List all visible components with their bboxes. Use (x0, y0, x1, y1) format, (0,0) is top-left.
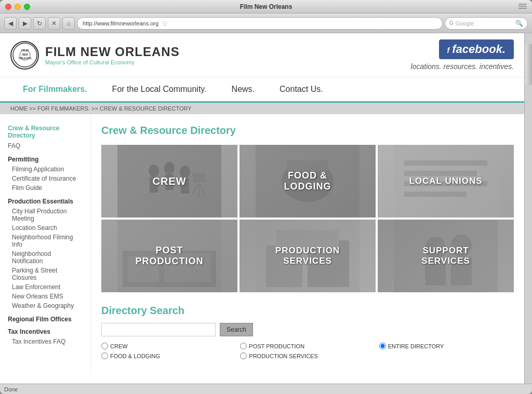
url-text: http://www.filmneworleans.org (83, 20, 158, 26)
food-label: FOOD &LODGING (240, 145, 376, 218)
sidebar-item-neighborhood-info[interactable]: Neighborhood Filming Info (12, 233, 83, 249)
sidebar-item-parking[interactable]: Parking & Street Closures (12, 266, 83, 282)
radio-entire-input[interactable] (379, 343, 386, 349)
forward-button[interactable]: ▶ (19, 17, 31, 30)
site-tagline: locations. resources. incentives. (411, 62, 514, 71)
back-button[interactable]: ◀ (4, 17, 17, 30)
facebook-button[interactable]: f facebook. (439, 39, 514, 59)
radio-group: CREW POST PRODUCTION ENTIRE DIRECTORY (101, 343, 514, 359)
sidebar-item-faq[interactable]: FAQ (8, 141, 83, 151)
browser-content: FILM NEW ORLEANS FILM NEW ORLEANS Mayor'… (0, 33, 532, 384)
status-bar: Done (0, 384, 532, 394)
refresh-button[interactable]: ↻ (33, 17, 46, 30)
radio-crew[interactable]: CREW (101, 343, 236, 349)
browser-search-input[interactable]: Google (456, 20, 513, 26)
sidebar-item-law[interactable]: Law Enforcement (12, 282, 83, 292)
grid-item-production[interactable]: PRODUCTIONSERVICES (240, 220, 376, 292)
radio-prodservices-input[interactable] (240, 352, 247, 359)
support-label: SUPPORTSERVICES (378, 220, 514, 292)
site-header: FILM NEW ORLEANS FILM NEW ORLEANS Mayor'… (0, 33, 524, 77)
sidebar-item-weather[interactable]: Weather & Geography (12, 301, 83, 310)
sidebar-item-insurance[interactable]: Certificate of Insurance (12, 174, 83, 183)
sidebar-production-group: City Hall Production Meeting Location Se… (8, 207, 83, 310)
post-label: POSTPRODUCTION (101, 220, 237, 292)
crew-label: CREW (101, 145, 237, 218)
radio-food-input[interactable] (101, 352, 108, 359)
address-bar[interactable]: http://www.filmneworleans.org ☆ (77, 17, 443, 30)
grid-item-post[interactable]: POSTPRODUCTION (101, 220, 237, 292)
production-label: PRODUCTIONSERVICES (240, 220, 376, 292)
radio-prodservices-label: PRODUCTION SERVICES (249, 353, 317, 359)
page-scroll[interactable]: FILM NEW ORLEANS FILM NEW ORLEANS Mayor'… (0, 33, 524, 384)
sidebar-permitting-group: Filming Application Certificate of Insur… (8, 165, 83, 193)
nav-contact[interactable]: Contact Us. (267, 77, 336, 101)
site-subtitle: Mayor's Office of Cultural Economy (45, 59, 180, 65)
scroll-thumb[interactable] (525, 44, 532, 85)
radio-post[interactable]: POST PRODUCTION (240, 343, 375, 349)
logo-text: FILM NEW ORLEANS Mayor's Office of Cultu… (45, 45, 180, 65)
sidebar-item-location-search[interactable]: Location Search (12, 223, 83, 233)
category-grid: CREW FOOD &LODGING (101, 145, 514, 292)
sidebar-item-ems[interactable]: New Orleans EMS (12, 292, 83, 301)
sidebar-tax-group: Tax Incentives FAQ (8, 337, 83, 346)
directory-search-input[interactable] (101, 323, 216, 336)
browser-search-bar[interactable]: G Google 🔍 (445, 17, 528, 30)
nav-filmmakers[interactable]: For Filmmakers. (10, 77, 100, 101)
header-right: f facebook. locations. resources. incent… (411, 39, 514, 71)
browser-search-icon[interactable]: 🔍 (515, 20, 523, 27)
traffic-lights (5, 4, 30, 10)
maximize-button[interactable] (24, 4, 30, 10)
radio-post-label: POST PRODUCTION (249, 343, 304, 349)
window-title: Film New Orleans (240, 3, 292, 10)
content-area: Crew & Resource Directory FAQ Permitting… (0, 114, 524, 374)
close-button[interactable] (5, 4, 11, 10)
breadcrumb: HOME >> FOR FILMMAKERS. >> CREW & RESOUR… (0, 103, 524, 114)
grid-item-food[interactable]: FOOD &LODGING (240, 145, 376, 218)
grid-item-crew[interactable]: CREW (101, 145, 237, 218)
grid-item-support[interactable]: SUPPORTSERVICES (378, 220, 514, 292)
breadcrumb-text: HOME >> FOR FILMMAKERS. >> CREW & RESOUR… (10, 105, 192, 112)
resize-icon (518, 4, 527, 10)
sidebar-item-city-hall[interactable]: City Hall Production Meeting (12, 207, 83, 223)
facebook-icon: f (447, 46, 450, 55)
status-text: Done (4, 386, 18, 392)
title-bar: Film New Orleans (0, 0, 532, 13)
sidebar-category-production: Production Essentials (8, 198, 83, 205)
home-button[interactable]: ⌂ (62, 17, 75, 30)
facebook-label: facebook. (452, 43, 506, 56)
sidebar-item-film-guide[interactable]: Film Guide (12, 183, 83, 193)
nav-community[interactable]: For the Local Community. (100, 77, 219, 101)
sidebar-category-permitting: Permitting (8, 156, 83, 163)
radio-entire-label: ENTIRE DIRECTORY (388, 343, 444, 349)
radio-food[interactable]: FOOD & LODGING (101, 352, 236, 359)
search-form: Search (101, 323, 514, 336)
logo-area: FILM NEW ORLEANS FILM NEW ORLEANS Mayor'… (10, 41, 180, 70)
site-name: FILM NEW ORLEANS (45, 45, 180, 59)
sidebar: Crew & Resource Directory FAQ Permitting… (0, 114, 91, 374)
bookmark-icon[interactable]: ☆ (162, 19, 168, 28)
sidebar-category-regional: Regional Film Offices (8, 316, 83, 323)
page-title: Crew & Resource Directory (101, 125, 514, 137)
minimize-button[interactable] (15, 4, 21, 10)
search-button[interactable]: Search (220, 323, 253, 336)
nav-news[interactable]: News. (219, 77, 267, 101)
sidebar-item-tax-faq[interactable]: Tax Incentives FAQ (12, 337, 83, 346)
directory-search-title: Directory Search (101, 305, 514, 317)
search-engine-label: G (449, 20, 454, 26)
radio-prodservices[interactable]: PRODUCTION SERVICES (240, 352, 375, 359)
sidebar-item-filming-app[interactable]: Filming Application (12, 165, 83, 174)
sidebar-active-item: Crew & Resource Directory (8, 125, 83, 139)
svg-text:NEW: NEW (22, 53, 28, 56)
grid-item-unions[interactable]: LOCAL UNIONS (378, 145, 514, 218)
radio-post-input[interactable] (240, 343, 247, 349)
radio-crew-input[interactable] (101, 343, 108, 349)
main-nav: For Filmmakers. For the Local Community.… (0, 77, 524, 103)
radio-food-label: FOOD & LODGING (110, 353, 160, 359)
sidebar-category-tax: Tax Incentives (8, 328, 83, 335)
stop-button[interactable]: ✕ (48, 17, 60, 30)
radio-entire[interactable]: ENTIRE DIRECTORY (379, 343, 514, 349)
scrollbar[interactable] (524, 33, 532, 384)
site-logo: FILM NEW ORLEANS (10, 41, 39, 70)
browser-toolbar: ◀ ▶ ↻ ✕ ⌂ http://www.filmneworleans.org … (0, 13, 532, 33)
sidebar-item-neighborhood-notification[interactable]: Neighborhood Notification (12, 249, 83, 266)
